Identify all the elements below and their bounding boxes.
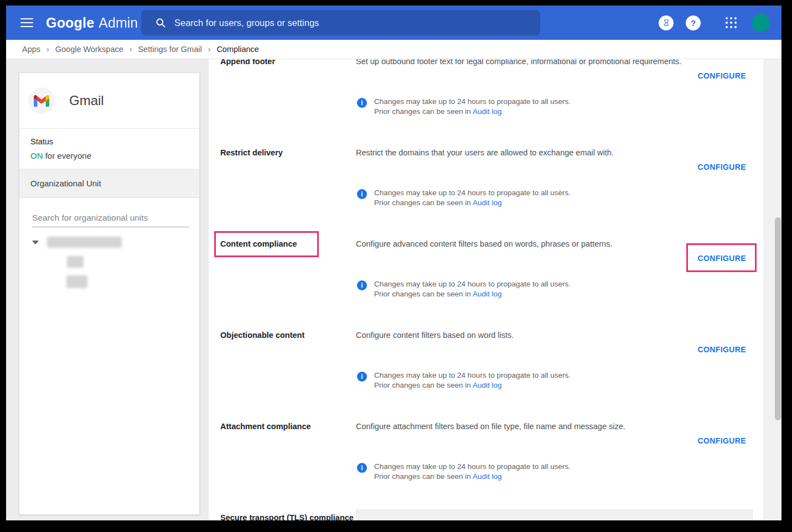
sidebar: Gmail Status ON for everyone Organizatio… (6, 59, 209, 520)
note-text: Changes may take up to 24 hours to propa… (374, 97, 571, 116)
setting-label: Secure transport (TLS) compliance (220, 513, 354, 520)
compliance-settings-panel: Append footer Set up outbound footer tex… (209, 59, 764, 520)
status-block: Status ON for everyone (19, 129, 199, 169)
note-text: Changes may take up to 24 hours to propa… (374, 462, 571, 481)
google-admin-logo: Google Admin (46, 15, 138, 31)
breadcrumb-google-workspace[interactable]: Google Workspace (55, 45, 123, 54)
note-line1: Changes may take up to 24 hours to propa… (374, 97, 571, 107)
propagation-note: i Changes may take up to 24 hours to pro… (357, 371, 571, 390)
question-mark-icon: ? (691, 18, 696, 28)
configure-button[interactable]: CONFIGURE (697, 71, 746, 80)
status-suffix: for everyone (43, 151, 92, 160)
setting-row: Secure transport (TLS) compliance CONFIG… (220, 513, 764, 520)
org-unit-search (32, 213, 189, 227)
configure-action: CONFIGURE (686, 253, 746, 272)
global-search-input[interactable] (174, 18, 540, 28)
setting-description: Restrict the domains that your users are… (356, 148, 764, 158)
breadcrumb-current-compliance: Compliance (216, 45, 259, 54)
audit-log-link[interactable]: Audit log (473, 381, 502, 389)
setting-label: Content compliance (214, 231, 319, 257)
info-icon: i (357, 98, 367, 108)
breadcrumb-settings-for-gmail[interactable]: Settings for Gmail (138, 45, 201, 54)
scrollbar-thumb[interactable] (775, 217, 781, 420)
breadcrumb-separator: › (46, 45, 49, 54)
setting-description: Set up outbound footer text for legal co… (356, 59, 764, 67)
gmail-card-header: Gmail (19, 73, 199, 129)
propagation-note: i Changes may take up to 24 hours to pro… (357, 279, 571, 299)
row-placeholder-box (356, 509, 753, 520)
pending-tasks-button[interactable] (659, 15, 674, 30)
note-line2: Prior changes can be seen in Audit log (374, 289, 571, 299)
configure-button[interactable]: CONFIGURE (697, 345, 746, 354)
propagation-note: i Changes may take up to 24 hours to pro… (357, 462, 571, 481)
page-body: Gmail Status ON for everyone Organizatio… (6, 59, 781, 520)
audit-log-link[interactable]: Audit log (473, 472, 502, 481)
org-unit-search-input[interactable] (32, 213, 189, 227)
admin-console-window: Google Admin ? Apps › (6, 6, 781, 520)
configure-action: CONFIGURE (697, 71, 746, 81)
redacted-child-org-1[interactable] (67, 256, 84, 268)
logo-google-text: Google (46, 15, 94, 31)
info-icon: i (357, 372, 367, 382)
propagation-note: i Changes may take up to 24 hours to pro… (357, 188, 571, 207)
setting-label-column: Append footer (220, 59, 356, 67)
audit-log-link[interactable]: Audit log (473, 107, 502, 116)
setting-label: Objectionable content (220, 331, 304, 340)
org-tree-root-row (19, 237, 199, 248)
note-line1: Changes may take up to 24 hours to propa… (374, 188, 571, 198)
setting-row: Objectionable content Configure content … (220, 330, 764, 421)
note-line1: Changes may take up to 24 hours to propa… (374, 279, 571, 289)
breadcrumb-apps[interactable]: Apps (22, 45, 40, 54)
note-line2: Prior changes can be seen in Audit log (374, 107, 571, 117)
setting-label-column: Secure transport (TLS) compliance (220, 513, 356, 520)
setting-row-header: Append footer Set up outbound footer tex… (220, 59, 764, 67)
configure-action: CONFIGURE (697, 162, 746, 172)
setting-row: Restrict delivery Restrict the domains t… (220, 148, 764, 239)
gmail-logo-icon (28, 87, 55, 114)
setting-row: Attachment compliance Configure attachme… (220, 421, 764, 513)
redacted-root-org-name[interactable] (47, 237, 122, 248)
org-unit-tree (19, 237, 199, 288)
setting-label-column: Objectionable content (220, 330, 356, 341)
account-avatar[interactable] (752, 14, 770, 32)
info-icon: i (357, 280, 367, 290)
google-apps-grid-icon[interactable] (726, 17, 737, 28)
settings-sections: Append footer Set up outbound footer tex… (220, 59, 764, 520)
logo-admin-text: Admin (99, 15, 138, 31)
setting-label-column: Attachment compliance (220, 421, 356, 432)
setting-row-header: Restrict delivery Restrict the domains t… (220, 148, 764, 158)
hamburger-menu-icon[interactable] (20, 15, 33, 29)
vertical-scrollbar[interactable] (764, 59, 781, 520)
status-label: Status (30, 137, 199, 146)
propagation-note: i Changes may take up to 24 hours to pro… (357, 97, 571, 116)
configure-button[interactable]: CONFIGURE (686, 243, 757, 272)
setting-label: Append footer (220, 59, 275, 66)
help-button[interactable]: ? (686, 15, 701, 30)
note-line2-prefix: Prior changes can be seen in (374, 472, 473, 481)
note-line2-prefix: Prior changes can be seen in (374, 107, 473, 116)
collapse-arrow-icon[interactable] (32, 241, 39, 244)
setting-label: Attachment compliance (220, 422, 311, 431)
audit-log-link[interactable]: Audit log (473, 199, 502, 207)
appbar-actions: ? (659, 6, 770, 40)
note-line1: Changes may take up to 24 hours to propa… (374, 371, 571, 380)
info-icon: i (357, 189, 367, 199)
status-value: ON for everyone (30, 151, 199, 160)
service-title: Gmail (69, 93, 104, 108)
setting-row: Content compliance Configure advanced co… (220, 239, 764, 330)
note-text: Changes may take up to 24 hours to propa… (374, 279, 571, 299)
configure-button[interactable]: CONFIGURE (697, 436, 746, 445)
search-icon (155, 17, 166, 28)
setting-label-column: Content compliance (220, 239, 356, 257)
configure-button[interactable]: CONFIGURE (697, 163, 746, 171)
note-line2-prefix: Prior changes can be seen in (374, 381, 473, 389)
note-line2-prefix: Prior changes can be seen in (374, 199, 473, 207)
redacted-child-org-2[interactable] (66, 275, 87, 288)
audit-log-link[interactable]: Audit log (473, 290, 502, 298)
global-search-box[interactable] (141, 10, 540, 35)
breadcrumb: Apps › Google Workspace › Settings for G… (6, 40, 781, 59)
setting-description: Configure content filters based on word … (356, 330, 764, 341)
note-line2: Prior changes can be seen in Audit log (374, 380, 571, 390)
setting-label-column: Restrict delivery (220, 148, 356, 158)
gmail-service-card: Gmail Status ON for everyone Organizatio… (19, 72, 200, 515)
